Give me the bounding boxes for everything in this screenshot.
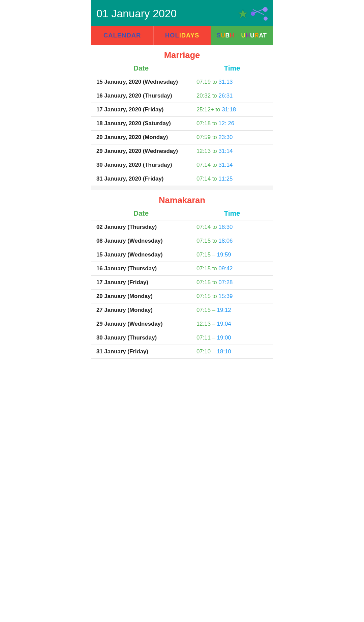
time-end: 18:06 bbox=[218, 238, 233, 244]
tab-subh-label: SUBH MUHURAT bbox=[217, 32, 267, 39]
namakaran-time-cell: 07:15 to 15:39 bbox=[191, 290, 273, 303]
time-end: 09:42 bbox=[218, 265, 233, 272]
namakaran-time-cell: 07:14 to 18:30 bbox=[191, 220, 273, 234]
marriage-date-header: Date bbox=[91, 61, 191, 75]
namakaran-table-header: Date Time bbox=[91, 207, 273, 220]
namakaran-date-cell: 29 January (Wednesday) bbox=[91, 317, 191, 331]
namakaran-date-header: Date bbox=[91, 207, 191, 220]
namakaran-table-row: 15 January (Wednesday) 07:15 – 19:59 bbox=[91, 248, 273, 262]
marriage-date-cell: 16 January, 2020 (Thursday) bbox=[91, 89, 191, 103]
tab-holidays-label: HOLIDAYS bbox=[165, 32, 199, 39]
namakaran-table-row: 31 January (Friday) 07:10 – 18:10 bbox=[91, 345, 273, 359]
marriage-date-cell: 18 January, 2020 (Saturday) bbox=[91, 117, 191, 131]
marriage-table-row: 15 January, 2020 (Wednesday) 07:19 to 31… bbox=[91, 75, 273, 89]
time-start: 07:14 to bbox=[196, 175, 218, 182]
time-start: 07:15 to bbox=[196, 265, 218, 272]
header-icons: ★ bbox=[238, 7, 268, 21]
namakaran-date-cell: 16 January (Thursday) bbox=[91, 262, 191, 276]
namakaran-table-row: 29 January (Wednesday) 12:13 – 19:04 bbox=[91, 317, 273, 331]
marriage-table-row: 18 January, 2020 (Saturday) 07:18 to 12:… bbox=[91, 117, 273, 131]
time-end: 12: 26 bbox=[218, 120, 234, 127]
marriage-table-row: 31 January, 2020 (Friday) 07:14 to 11:25 bbox=[91, 172, 273, 186]
section-divider-1 bbox=[91, 186, 273, 190]
namakaran-table-row: 27 January (Monday) 07:15 – 19:12 bbox=[91, 303, 273, 317]
marriage-table-row: 20 January, 2020 (Monday) 07:59 to 23:30 bbox=[91, 131, 273, 144]
namakaran-time-cell: 07:15 to 07:28 bbox=[191, 276, 273, 290]
namakaran-table-row: 02 January (Thursday) 07:14 to 18:30 bbox=[91, 220, 273, 234]
main-content: Marriage Date Time 15 January, 2020 (Wed… bbox=[91, 45, 273, 359]
tab-bar: CALENDAR HOLIDAYS SUBH MUHURAT bbox=[91, 26, 273, 45]
namakaran-time-cell: 07:11 – 19:00 bbox=[191, 331, 273, 345]
namakaran-date-cell: 31 January (Friday) bbox=[91, 345, 191, 359]
namakaran-time-cell: 07:15 to 18:06 bbox=[191, 234, 273, 248]
namakaran-time-header: Time bbox=[191, 207, 273, 220]
tab-calendar[interactable]: CALENDAR bbox=[91, 26, 153, 45]
time-end: 23:30 bbox=[218, 134, 233, 140]
time-start: 07:59 to bbox=[196, 134, 218, 140]
marriage-table: Date Time 15 January, 2020 (Wednesday) 0… bbox=[91, 61, 273, 186]
marriage-time-cell: 07:18 to 12: 26 bbox=[191, 117, 273, 131]
tab-subh-muhurat[interactable]: SUBH MUHURAT bbox=[211, 26, 273, 45]
time-end: 31:13 bbox=[218, 79, 233, 85]
time-start: 07:15 to bbox=[196, 293, 218, 299]
time-end: 19:12 bbox=[217, 307, 231, 313]
marriage-date-cell: 31 January, 2020 (Friday) bbox=[91, 172, 191, 186]
time-start: 12:13 to bbox=[196, 148, 218, 154]
marriage-table-row: 16 January, 2020 (Thursday) 20:32 to 26:… bbox=[91, 89, 273, 103]
namakaran-date-cell: 15 January (Wednesday) bbox=[91, 248, 191, 262]
namakaran-time-cell: 07:15 – 19:59 bbox=[191, 248, 273, 262]
namakaran-date-cell: 08 January (Wednesday) bbox=[91, 234, 191, 248]
time-end: 15:39 bbox=[218, 293, 233, 299]
marriage-time-cell: 07:59 to 23:30 bbox=[191, 131, 273, 144]
time-start: 07:10 – bbox=[196, 348, 217, 355]
time-end: 19:04 bbox=[217, 321, 231, 327]
time-end: 18:10 bbox=[217, 348, 231, 355]
namakaran-table-row: 20 January (Monday) 07:15 to 15:39 bbox=[91, 290, 273, 303]
marriage-date-cell: 20 January, 2020 (Monday) bbox=[91, 131, 191, 144]
marriage-date-cell: 29 January, 2020 (Wednesday) bbox=[91, 144, 191, 158]
marriage-time-header: Time bbox=[191, 61, 273, 75]
namakaran-date-cell: 27 January (Monday) bbox=[91, 303, 191, 317]
marriage-section-title: Marriage bbox=[91, 45, 273, 61]
namakaran-table-row: 08 January (Wednesday) 07:15 to 18:06 bbox=[91, 234, 273, 248]
marriage-date-cell: 17 January, 2020 (Friday) bbox=[91, 103, 191, 117]
marriage-time-cell: 07:14 to 31:14 bbox=[191, 158, 273, 172]
namakaran-date-cell: 20 January (Monday) bbox=[91, 290, 191, 303]
time-end: 31:18 bbox=[222, 106, 236, 113]
time-start: 20:32 to bbox=[196, 92, 218, 99]
namakaran-time-cell: 07:10 – 18:10 bbox=[191, 345, 273, 359]
namakaran-date-cell: 30 January (Thursday) bbox=[91, 331, 191, 345]
time-start: 25:12+ to bbox=[196, 106, 222, 113]
time-start: 07:15 to bbox=[196, 279, 218, 286]
marriage-date-cell: 30 January, 2020 (Thursday) bbox=[91, 158, 191, 172]
namakaran-time-cell: 07:15 – 19:12 bbox=[191, 303, 273, 317]
time-end: 19:00 bbox=[217, 334, 231, 341]
time-end: 31:14 bbox=[218, 162, 233, 168]
time-start: 12:13 – bbox=[196, 321, 217, 327]
marriage-table-row: 30 January, 2020 (Thursday) 07:14 to 31:… bbox=[91, 158, 273, 172]
time-end: 18:30 bbox=[218, 224, 233, 230]
tab-holidays[interactable]: HOLIDAYS bbox=[153, 26, 210, 45]
namakaran-table: Date Time 02 January (Thursday) 07:14 to… bbox=[91, 207, 273, 359]
star-icon[interactable]: ★ bbox=[238, 7, 248, 21]
namakaran-date-cell: 02 January (Thursday) bbox=[91, 220, 191, 234]
namakaran-table-row: 17 January (Friday) 07:15 to 07:28 bbox=[91, 276, 273, 290]
share-icon[interactable] bbox=[251, 7, 268, 21]
time-start: 07:15 – bbox=[196, 251, 217, 258]
marriage-table-header: Date Time bbox=[91, 61, 273, 75]
time-start: 07:14 to bbox=[196, 224, 218, 230]
time-start: 07:11 – bbox=[196, 334, 217, 341]
header-date: 01 January 2020 bbox=[96, 7, 177, 20]
time-end: 26:31 bbox=[218, 92, 233, 99]
time-end: 19:59 bbox=[217, 251, 231, 258]
namakaran-time-cell: 07:15 to 09:42 bbox=[191, 262, 273, 276]
time-end: 11:25 bbox=[218, 175, 233, 182]
marriage-time-cell: 07:14 to 11:25 bbox=[191, 172, 273, 186]
namakaran-time-cell: 12:13 – 19:04 bbox=[191, 317, 273, 331]
app-header: 01 January 2020 ★ bbox=[91, 0, 273, 26]
time-end: 31:14 bbox=[218, 148, 233, 154]
marriage-time-cell: 25:12+ to 31:18 bbox=[191, 103, 273, 117]
namakaran-date-cell: 17 January (Friday) bbox=[91, 276, 191, 290]
namakaran-table-row: 30 January (Thursday) 07:11 – 19:00 bbox=[91, 331, 273, 345]
time-start: 07:14 to bbox=[196, 162, 218, 168]
